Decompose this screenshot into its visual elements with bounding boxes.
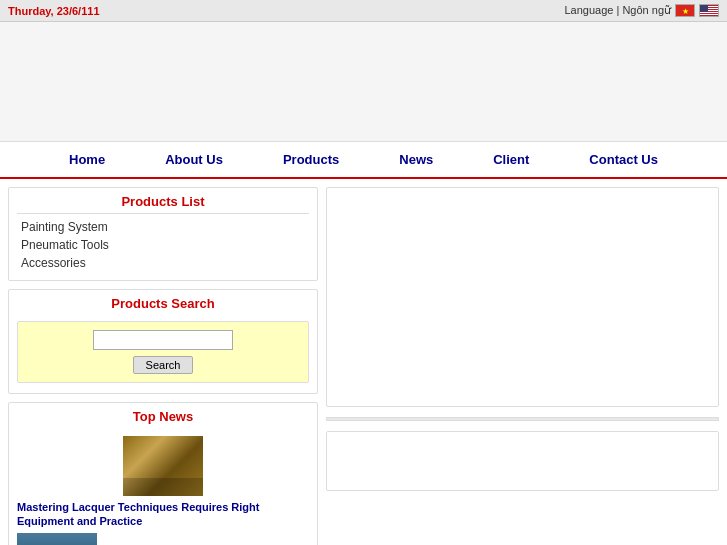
top-bar: Thurday, 23/6/111 Language | Ngôn ngữ	[0, 0, 727, 22]
sidebar: Products List Painting System Pneumatic …	[8, 187, 318, 545]
banner-area	[0, 22, 727, 142]
news-link[interactable]: Mastering Lacquer Techniques Requires Ri…	[17, 500, 309, 529]
nav-link-products[interactable]: Products	[283, 152, 339, 167]
products-search-section: Products Search Search	[8, 289, 318, 394]
nav-item-home[interactable]: Home	[69, 152, 105, 167]
nav-item-products[interactable]: Products	[283, 152, 339, 167]
language-selector[interactable]: Language | Ngôn ngữ	[565, 4, 720, 17]
news-thumbnail	[123, 436, 203, 496]
language-label: Language | Ngôn ngữ	[565, 4, 672, 17]
search-input[interactable]	[93, 330, 233, 350]
main-layout: Products List Painting System Pneumatic …	[0, 179, 727, 545]
list-item[interactable]: Painting System	[17, 218, 309, 236]
search-box: Search	[17, 321, 309, 383]
main-navigation: Home About Us Products News Client Conta…	[0, 142, 727, 179]
products-search-title: Products Search	[9, 290, 317, 315]
nav-link-home[interactable]: Home	[69, 152, 105, 167]
list-item[interactable]: Pneumatic Tools	[17, 236, 309, 254]
flag-vietnam-icon[interactable]	[675, 4, 695, 17]
product-link-accessories[interactable]: Accessories	[21, 256, 86, 270]
product-link-pneumatic[interactable]: Pneumatic Tools	[21, 238, 109, 252]
products-list: Painting System Pneumatic Tools Accessor…	[9, 213, 317, 280]
nav-item-contact[interactable]: Contact Us	[589, 152, 658, 167]
nav-item-client[interactable]: Client	[493, 152, 529, 167]
list-item[interactable]: Accessories	[17, 254, 309, 272]
news-image-inner	[123, 436, 203, 496]
products-search: Search	[9, 315, 317, 393]
nav-item-news[interactable]: News	[399, 152, 433, 167]
top-news-section: Top News Mastering Lacquer Techniques Re…	[8, 402, 318, 545]
flag-us-icon[interactable]	[699, 4, 719, 17]
content-top-box	[326, 187, 719, 407]
products-list-title: Products List	[9, 188, 317, 213]
product-link-painting[interactable]: Painting System	[21, 220, 108, 234]
date-display: Thurday, 23/6/111	[8, 5, 100, 17]
news-thumbnail-2	[17, 533, 97, 545]
nav-item-about[interactable]: About Us	[165, 152, 223, 167]
products-list-section: Products List Painting System Pneumatic …	[8, 187, 318, 281]
main-content	[326, 187, 719, 545]
nav-link-client[interactable]: Client	[493, 152, 529, 167]
top-news-list: Mastering Lacquer Techniques Requires Ri…	[9, 428, 317, 545]
nav-link-contact[interactable]: Contact Us	[589, 152, 658, 167]
content-bottom-box	[326, 431, 719, 491]
list-item: Mastering Lacquer Techniques Requires Ri…	[17, 428, 309, 545]
top-news-title: Top News	[9, 403, 317, 428]
search-button[interactable]: Search	[133, 356, 194, 374]
nav-link-about[interactable]: About Us	[165, 152, 223, 167]
nav-link-news[interactable]: News	[399, 152, 433, 167]
news-title[interactable]: Mastering Lacquer Techniques Requires Ri…	[17, 500, 309, 529]
content-divider	[326, 417, 719, 421]
